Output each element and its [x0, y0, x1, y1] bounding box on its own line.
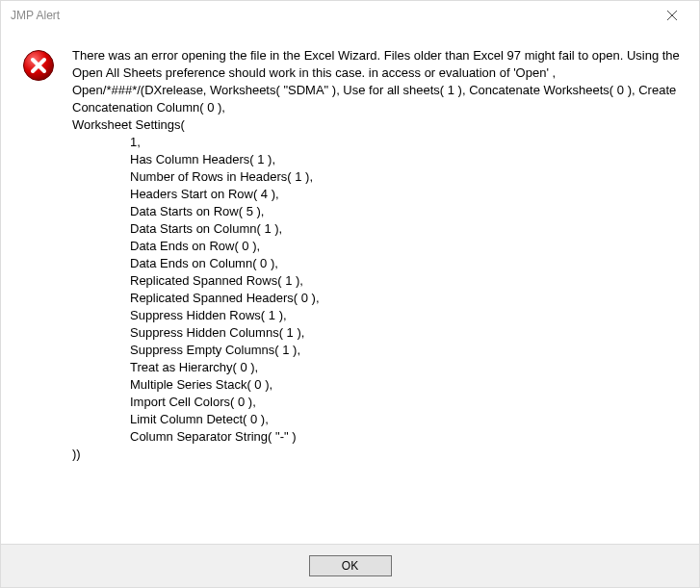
worksheet-setting-line: 1, — [72, 134, 680, 151]
worksheet-setting-line: Has Column Headers( 1 ), — [72, 151, 680, 168]
message-text: There was an error opening the file in t… — [72, 47, 680, 540]
worksheet-setting-line: Replicated Spanned Headers( 0 ), — [72, 290, 680, 307]
worksheet-setting-line: Data Ends on Column( 0 ), — [72, 255, 680, 272]
dialog-footer: OK — [1, 544, 699, 587]
worksheet-settings-lines: 1,Has Column Headers( 1 ),Number of Rows… — [72, 134, 680, 446]
dialog-content: There was an error opening the file in t… — [1, 30, 699, 544]
worksheet-setting-line: Import Cell Colors( 0 ), — [72, 394, 680, 411]
icon-column — [22, 47, 72, 540]
worksheet-setting-line: Data Starts on Row( 5 ), — [72, 203, 680, 220]
alert-dialog: JMP Alert — [0, 0, 700, 588]
worksheet-setting-line: Replicated Spanned Rows( 1 ), — [72, 272, 680, 290]
titlebar: JMP Alert — [1, 1, 699, 30]
worksheet-setting-line: Headers Start on Row( 4 ), — [72, 186, 680, 203]
close-button[interactable] — [653, 2, 691, 29]
worksheet-setting-line: Suppress Hidden Columns( 1 ), — [72, 324, 680, 342]
worksheet-setting-line: Multiple Series Stack( 0 ), — [72, 376, 680, 394]
ok-button[interactable]: OK — [309, 555, 392, 576]
error-icon — [22, 49, 55, 82]
worksheet-setting-line: Treat as Hierarchy( 0 ), — [72, 359, 680, 376]
worksheet-setting-line: Suppress Hidden Rows( 1 ), — [72, 307, 680, 324]
worksheet-setting-line: Limit Column Detect( 0 ), — [72, 411, 680, 428]
worksheet-settings-header: Worksheet Settings( — [72, 116, 680, 134]
worksheet-setting-line: Data Starts on Column( 1 ), — [72, 220, 680, 238]
worksheet-setting-line: Column Separator String( "-" ) — [72, 428, 680, 446]
worksheet-setting-line: Suppress Empty Columns( 1 ), — [72, 342, 680, 359]
message-closing: )) — [72, 446, 680, 463]
window-title: JMP Alert — [11, 9, 653, 22]
worksheet-setting-line: Number of Rows in Headers( 1 ), — [72, 168, 680, 186]
message-intro: There was an error opening the file in t… — [72, 47, 680, 116]
close-icon — [667, 11, 677, 20]
worksheet-setting-line: Data Ends on Row( 0 ), — [72, 238, 680, 255]
